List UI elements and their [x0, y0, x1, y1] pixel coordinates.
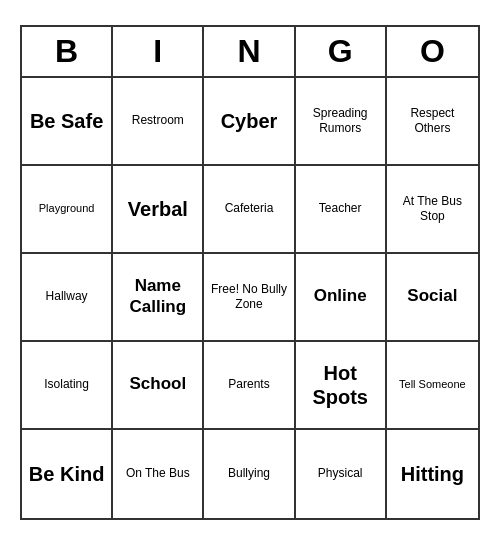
cell-text-16: School — [129, 374, 186, 394]
bingo-cell-5: Playground — [22, 166, 113, 254]
cell-text-4: Respect Others — [391, 106, 474, 135]
cell-text-9: At The Bus Stop — [391, 194, 474, 223]
header-letter-o: O — [387, 27, 478, 76]
bingo-cell-11: Name Calling — [113, 254, 204, 342]
bingo-cell-0: Be Safe — [22, 78, 113, 166]
header-letter-i: I — [113, 27, 204, 76]
cell-text-22: Bullying — [228, 466, 270, 480]
bingo-cell-2: Cyber — [204, 78, 295, 166]
cell-text-1: Restroom — [132, 113, 184, 127]
bingo-cell-15: Isolating — [22, 342, 113, 430]
bingo-cell-14: Social — [387, 254, 478, 342]
bingo-card: BINGO Be SafeRestroomCyberSpreading Rumo… — [20, 25, 480, 520]
bingo-cell-24: Hitting — [387, 430, 478, 518]
cell-text-8: Teacher — [319, 201, 362, 215]
bingo-cell-10: Hallway — [22, 254, 113, 342]
cell-text-17: Parents — [228, 377, 269, 391]
cell-text-3: Spreading Rumors — [300, 106, 381, 135]
bingo-cell-7: Cafeteria — [204, 166, 295, 254]
bingo-cell-23: Physical — [296, 430, 387, 518]
bingo-cell-19: Tell Someone — [387, 342, 478, 430]
bingo-cell-13: Online — [296, 254, 387, 342]
bingo-grid: Be SafeRestroomCyberSpreading RumorsResp… — [22, 78, 478, 518]
cell-text-18: Hot Spots — [300, 361, 381, 409]
bingo-header: BINGO — [22, 27, 478, 78]
cell-text-10: Hallway — [46, 289, 88, 303]
cell-text-12: Free! No Bully Zone — [208, 282, 289, 311]
cell-text-7: Cafeteria — [225, 201, 274, 215]
bingo-cell-1: Restroom — [113, 78, 204, 166]
bingo-cell-4: Respect Others — [387, 78, 478, 166]
header-letter-b: B — [22, 27, 113, 76]
cell-text-5: Playground — [39, 202, 95, 215]
cell-text-0: Be Safe — [30, 109, 103, 133]
cell-text-23: Physical — [318, 466, 363, 480]
cell-text-15: Isolating — [44, 377, 89, 391]
bingo-cell-8: Teacher — [296, 166, 387, 254]
cell-text-13: Online — [314, 286, 367, 306]
cell-text-6: Verbal — [128, 197, 188, 221]
bingo-cell-3: Spreading Rumors — [296, 78, 387, 166]
bingo-cell-6: Verbal — [113, 166, 204, 254]
cell-text-21: On The Bus — [126, 466, 190, 480]
bingo-cell-9: At The Bus Stop — [387, 166, 478, 254]
cell-text-20: Be Kind — [29, 462, 105, 486]
cell-text-2: Cyber — [221, 109, 278, 133]
bingo-cell-12: Free! No Bully Zone — [204, 254, 295, 342]
cell-text-24: Hitting — [401, 462, 464, 486]
cell-text-19: Tell Someone — [399, 378, 466, 391]
header-letter-g: G — [296, 27, 387, 76]
cell-text-14: Social — [407, 286, 457, 306]
bingo-cell-22: Bullying — [204, 430, 295, 518]
bingo-cell-17: Parents — [204, 342, 295, 430]
cell-text-11: Name Calling — [117, 276, 198, 317]
bingo-cell-20: Be Kind — [22, 430, 113, 518]
bingo-cell-21: On The Bus — [113, 430, 204, 518]
bingo-cell-16: School — [113, 342, 204, 430]
bingo-cell-18: Hot Spots — [296, 342, 387, 430]
header-letter-n: N — [204, 27, 295, 76]
